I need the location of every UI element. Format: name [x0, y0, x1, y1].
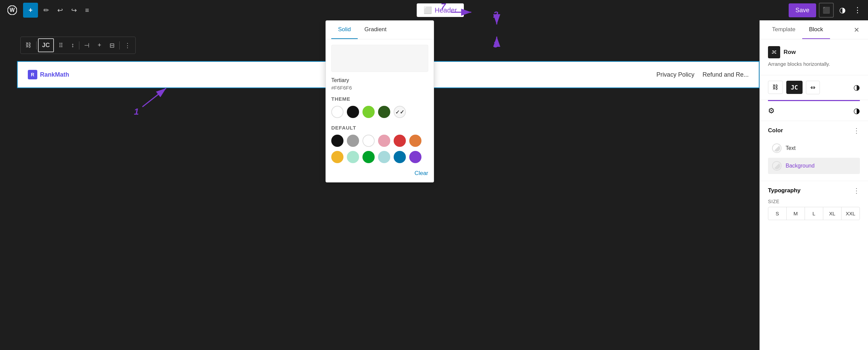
nav-links: Privacy Policy Refund and Re...: [656, 71, 749, 78]
undo-button[interactable]: ↩: [55, 3, 66, 17]
block-updown-button[interactable]: ↕: [68, 39, 78, 52]
nav-link-privacy[interactable]: Privacy Policy: [656, 71, 694, 78]
tab-template[interactable]: Template: [765, 21, 802, 39]
save-button[interactable]: Save: [789, 3, 816, 17]
rankmath-label: RankMath: [40, 71, 69, 78]
block-name-row: JC Row: [768, 46, 860, 58]
text-color-dot: [772, 143, 782, 153]
swatch-def-red[interactable]: [394, 135, 406, 147]
color-option-text[interactable]: Text: [768, 140, 860, 156]
pen-tool-button[interactable]: ✏: [41, 3, 52, 17]
block-left-align-button[interactable]: ⊣: [81, 39, 93, 52]
canvas-area: ⛓ JC ⠿ ↕ ⊣ + ⊟ ⋮ R RankMath Type / to ch…: [0, 20, 760, 350]
swatch-def-yellow[interactable]: [331, 151, 343, 163]
default-swatches-row1: [326, 135, 434, 151]
block-info-row: JC Row Arrange blocks horizontally.: [768, 46, 860, 68]
header-dropdown[interactable]: ⬜ Header: [417, 3, 464, 17]
tab-solid[interactable]: Solid: [331, 21, 358, 39]
bg-color-label: Background: [786, 163, 814, 169]
swatch-def-purple[interactable]: [409, 151, 421, 163]
color-picker-tabs: Solid Gradient: [326, 21, 434, 39]
block-align-button[interactable]: JC: [38, 38, 54, 52]
color-option-background[interactable]: Background: [768, 158, 860, 174]
typography-header: Typography ⋮: [768, 187, 860, 195]
theme-label: THEME: [331, 96, 428, 102]
swatch-def-sky[interactable]: [378, 151, 390, 163]
tab-gradient[interactable]: Gradient: [358, 21, 393, 39]
typography-section: Typography ⋮ SIZE S M L XL XXL: [760, 181, 868, 226]
tab-block[interactable]: Block: [802, 21, 830, 39]
swatch-def-black[interactable]: [331, 135, 343, 147]
rankmath-icon: R: [28, 70, 37, 79]
color-picker-popup: Solid Gradient Tertiary #F6F6F6 THEME ✓ …: [326, 20, 434, 182]
swatch-def-white[interactable]: [362, 135, 375, 147]
top-toolbar: W + ✏ ↩ ↪ ≡ ⬜ Header Save ⬛ ◑ ⋮: [0, 0, 868, 20]
size-xl[interactable]: XL: [823, 207, 842, 220]
swatch-tertiary-selected[interactable]: ✓: [394, 106, 406, 118]
block-plus-button[interactable]: +: [94, 39, 105, 52]
halfcircle-button[interactable]: ◑: [836, 3, 848, 17]
rankmath-logo: R RankMath: [28, 70, 69, 79]
top-bar-right: Save ⬛ ◑ ⋮: [789, 3, 864, 18]
color-section-header: Color ⋮: [768, 127, 860, 135]
halfcircle-icon[interactable]: ◑: [853, 83, 860, 92]
color-more-button[interactable]: ⋮: [853, 127, 860, 135]
swatch-def-pink[interactable]: [378, 135, 390, 147]
swatch-def-orange[interactable]: [409, 135, 421, 147]
svg-text:W: W: [10, 7, 15, 13]
swatch-def-blue[interactable]: [394, 151, 406, 163]
link-tool-button[interactable]: ⛓: [768, 81, 783, 94]
more-options-button[interactable]: ⋮: [851, 3, 864, 17]
block-name-label: Row: [784, 49, 796, 56]
toolbar-divider-2: [79, 41, 79, 50]
sidebar-close-button[interactable]: ✕: [850, 24, 863, 36]
header-label-text: Header: [435, 6, 457, 14]
gear-icon[interactable]: ⚙: [768, 106, 775, 115]
main-layout: ⛓ JC ⠿ ↕ ⊣ + ⊟ ⋮ R RankMath Type / to ch…: [0, 20, 868, 350]
wp-logo-icon[interactable]: W: [4, 2, 20, 18]
size-xxl[interactable]: XXL: [842, 207, 860, 220]
block-more-button[interactable]: ⋮: [121, 39, 134, 52]
svg-text:1: 1: [134, 106, 139, 117]
default-label: DEFAULT: [331, 125, 428, 131]
halfcircle-settings-icon[interactable]: ◑: [853, 106, 860, 115]
swatch-def-mint[interactable]: [347, 151, 359, 163]
sidebar-block-info: JC Row Arrange blocks horizontally.: [760, 39, 868, 75]
size-s[interactable]: S: [768, 207, 787, 220]
clear-button[interactable]: Clear: [414, 170, 428, 177]
swatch-black[interactable]: [347, 106, 359, 118]
default-swatches-row2: [326, 151, 434, 167]
size-m[interactable]: M: [787, 207, 805, 220]
swatch-dark-green[interactable]: [378, 106, 390, 118]
swatch-def-gray[interactable]: [347, 135, 359, 147]
size-l[interactable]: L: [805, 207, 823, 220]
block-center-button[interactable]: ⊟: [106, 39, 118, 52]
color-section: Color ⋮ Text Background: [760, 121, 868, 181]
theme-swatches: ✓: [326, 106, 434, 122]
nav-link-refund[interactable]: Refund and Re...: [703, 71, 749, 78]
header-center: ⬜ Header: [95, 3, 786, 17]
align-tool-button[interactable]: JC: [786, 81, 803, 94]
color-preview-hex: #F6F6F6: [331, 85, 428, 91]
svg-line-3: [142, 88, 166, 107]
swatch-def-green[interactable]: [362, 151, 375, 163]
view-toggle-button[interactable]: ⬛: [819, 3, 834, 18]
header-icon: ⬜: [423, 6, 432, 14]
block-link-button[interactable]: ⛓: [22, 39, 35, 52]
redo-button[interactable]: ↪: [68, 3, 80, 17]
color-preview-label: Tertiary: [331, 77, 428, 83]
list-view-button[interactable]: ≡: [82, 4, 92, 17]
swatch-white[interactable]: [331, 106, 343, 118]
swatch-lime[interactable]: [362, 106, 375, 118]
stretch-tool-button[interactable]: ⇔: [806, 81, 820, 94]
typography-title: Typography: [768, 187, 801, 194]
typography-more-button[interactable]: ⋮: [853, 187, 860, 195]
right-sidebar: Template Block ✕ JC Row Arrange blocks h…: [760, 20, 868, 350]
color-clear-section: Clear: [326, 167, 434, 182]
add-block-button[interactable]: +: [23, 3, 38, 18]
size-label: SIZE: [768, 199, 860, 204]
size-options: S M L XL XXL: [768, 207, 860, 220]
block-icon: JC: [768, 46, 780, 58]
block-desc: Arrange blocks horizontally.: [768, 60, 860, 68]
block-move-button[interactable]: ⠿: [55, 39, 66, 52]
